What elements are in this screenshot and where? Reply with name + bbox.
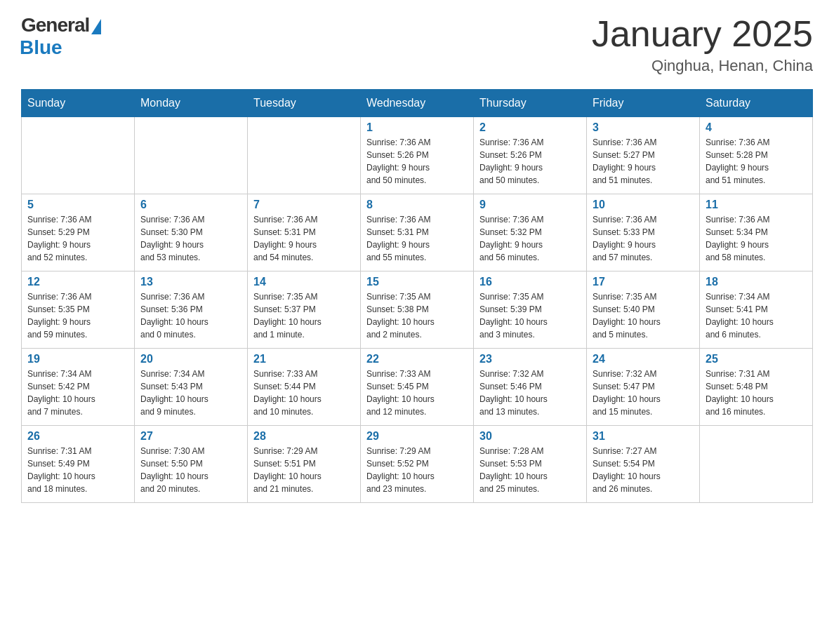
calendar-cell: 8Sunrise: 7:36 AMSunset: 5:31 PMDaylight… bbox=[361, 194, 474, 271]
column-header-thursday: Thursday bbox=[474, 90, 587, 117]
day-number: 3 bbox=[593, 121, 694, 134]
calendar-week-row: 26Sunrise: 7:31 AMSunset: 5:49 PMDayligh… bbox=[22, 426, 813, 503]
calendar-cell: 13Sunrise: 7:36 AMSunset: 5:36 PMDayligh… bbox=[135, 271, 248, 349]
day-info: Sunrise: 7:36 AMSunset: 5:34 PMDaylight:… bbox=[706, 213, 807, 264]
day-info: Sunrise: 7:32 AMSunset: 5:46 PMDaylight:… bbox=[479, 368, 581, 418]
calendar-cell: 21Sunrise: 7:33 AMSunset: 5:44 PMDayligh… bbox=[248, 349, 361, 426]
calendar-cell: 4Sunrise: 7:36 AMSunset: 5:28 PMDaylight… bbox=[700, 117, 813, 194]
calendar-cell: 18Sunrise: 7:34 AMSunset: 5:41 PMDayligh… bbox=[700, 271, 813, 349]
column-header-friday: Friday bbox=[587, 90, 700, 117]
calendar-week-row: 12Sunrise: 7:36 AMSunset: 5:35 PMDayligh… bbox=[22, 271, 813, 349]
day-number: 28 bbox=[253, 430, 355, 443]
day-number: 23 bbox=[479, 353, 581, 365]
day-info: Sunrise: 7:35 AMSunset: 5:37 PMDaylight:… bbox=[253, 290, 355, 341]
day-info: Sunrise: 7:31 AMSunset: 5:49 PMDaylight:… bbox=[27, 445, 128, 495]
logo: General Blue bbox=[21, 14, 101, 59]
calendar-week-row: 1Sunrise: 7:36 AMSunset: 5:26 PMDaylight… bbox=[22, 117, 813, 194]
calendar-cell: 19Sunrise: 7:34 AMSunset: 5:42 PMDayligh… bbox=[22, 349, 135, 426]
calendar-cell bbox=[248, 117, 361, 194]
calendar-cell: 6Sunrise: 7:36 AMSunset: 5:30 PMDaylight… bbox=[135, 194, 248, 271]
day-number: 13 bbox=[140, 276, 241, 288]
day-number: 14 bbox=[253, 276, 355, 288]
day-number: 17 bbox=[593, 276, 694, 288]
calendar-cell: 17Sunrise: 7:35 AMSunset: 5:40 PMDayligh… bbox=[587, 271, 700, 349]
column-header-tuesday: Tuesday bbox=[248, 90, 361, 117]
calendar-header-row: SundayMondayTuesdayWednesdayThursdayFrid… bbox=[22, 90, 813, 117]
month-title: January 2025 bbox=[592, 14, 813, 54]
day-number: 6 bbox=[140, 199, 241, 211]
day-info: Sunrise: 7:35 AMSunset: 5:39 PMDaylight:… bbox=[479, 290, 581, 341]
logo-triangle-icon bbox=[91, 19, 101, 34]
calendar-cell: 26Sunrise: 7:31 AMSunset: 5:49 PMDayligh… bbox=[22, 426, 135, 503]
day-info: Sunrise: 7:36 AMSunset: 5:30 PMDaylight:… bbox=[140, 213, 241, 264]
calendar-week-row: 5Sunrise: 7:36 AMSunset: 5:29 PMDaylight… bbox=[22, 194, 813, 271]
day-info: Sunrise: 7:36 AMSunset: 5:31 PMDaylight:… bbox=[366, 213, 468, 264]
title-section: January 2025 Qinghua, Henan, China bbox=[592, 14, 813, 75]
location-subtitle: Qinghua, Henan, China bbox=[592, 57, 813, 75]
day-info: Sunrise: 7:36 AMSunset: 5:35 PMDaylight:… bbox=[27, 290, 128, 341]
day-number: 21 bbox=[253, 353, 355, 365]
day-number: 12 bbox=[27, 276, 128, 288]
day-info: Sunrise: 7:36 AMSunset: 5:27 PMDaylight:… bbox=[593, 136, 694, 187]
column-header-wednesday: Wednesday bbox=[361, 90, 474, 117]
calendar-cell: 29Sunrise: 7:29 AMSunset: 5:52 PMDayligh… bbox=[361, 426, 474, 503]
day-number: 2 bbox=[479, 121, 581, 134]
day-info: Sunrise: 7:32 AMSunset: 5:47 PMDaylight:… bbox=[593, 368, 694, 418]
day-info: Sunrise: 7:34 AMSunset: 5:43 PMDaylight:… bbox=[140, 368, 241, 418]
day-number: 8 bbox=[366, 199, 468, 211]
day-number: 29 bbox=[366, 430, 468, 443]
day-info: Sunrise: 7:36 AMSunset: 5:31 PMDaylight:… bbox=[253, 213, 355, 264]
day-info: Sunrise: 7:33 AMSunset: 5:45 PMDaylight:… bbox=[366, 368, 468, 418]
calendar-cell: 20Sunrise: 7:34 AMSunset: 5:43 PMDayligh… bbox=[135, 349, 248, 426]
day-info: Sunrise: 7:35 AMSunset: 5:38 PMDaylight:… bbox=[366, 290, 468, 341]
day-number: 19 bbox=[27, 353, 128, 365]
day-number: 27 bbox=[140, 430, 241, 443]
calendar-cell bbox=[700, 426, 813, 503]
day-number: 20 bbox=[140, 353, 241, 365]
calendar-cell: 9Sunrise: 7:36 AMSunset: 5:32 PMDaylight… bbox=[474, 194, 587, 271]
calendar-cell: 7Sunrise: 7:36 AMSunset: 5:31 PMDaylight… bbox=[248, 194, 361, 271]
page-header: General Blue January 2025 Qinghua, Henan… bbox=[21, 14, 813, 75]
day-info: Sunrise: 7:29 AMSunset: 5:52 PMDaylight:… bbox=[366, 445, 468, 495]
calendar-cell: 3Sunrise: 7:36 AMSunset: 5:27 PMDaylight… bbox=[587, 117, 700, 194]
calendar-cell: 30Sunrise: 7:28 AMSunset: 5:53 PMDayligh… bbox=[474, 426, 587, 503]
day-info: Sunrise: 7:34 AMSunset: 5:41 PMDaylight:… bbox=[706, 290, 807, 341]
day-info: Sunrise: 7:34 AMSunset: 5:42 PMDaylight:… bbox=[27, 368, 128, 418]
logo-blue-text: Blue bbox=[20, 36, 62, 59]
calendar-cell: 10Sunrise: 7:36 AMSunset: 5:33 PMDayligh… bbox=[587, 194, 700, 271]
day-info: Sunrise: 7:27 AMSunset: 5:54 PMDaylight:… bbox=[593, 445, 694, 495]
calendar-cell: 15Sunrise: 7:35 AMSunset: 5:38 PMDayligh… bbox=[361, 271, 474, 349]
day-number: 4 bbox=[706, 121, 807, 134]
day-number: 16 bbox=[479, 276, 581, 288]
day-number: 7 bbox=[253, 199, 355, 211]
day-info: Sunrise: 7:36 AMSunset: 5:32 PMDaylight:… bbox=[479, 213, 581, 264]
calendar-cell: 2Sunrise: 7:36 AMSunset: 5:26 PMDaylight… bbox=[474, 117, 587, 194]
calendar-cell: 25Sunrise: 7:31 AMSunset: 5:48 PMDayligh… bbox=[700, 349, 813, 426]
day-info: Sunrise: 7:35 AMSunset: 5:40 PMDaylight:… bbox=[593, 290, 694, 341]
calendar-cell: 14Sunrise: 7:35 AMSunset: 5:37 PMDayligh… bbox=[248, 271, 361, 349]
column-header-sunday: Sunday bbox=[22, 90, 135, 117]
calendar-cell bbox=[22, 117, 135, 194]
day-info: Sunrise: 7:33 AMSunset: 5:44 PMDaylight:… bbox=[253, 368, 355, 418]
day-number: 1 bbox=[366, 121, 468, 134]
day-info: Sunrise: 7:31 AMSunset: 5:48 PMDaylight:… bbox=[706, 368, 807, 418]
calendar-cell: 16Sunrise: 7:35 AMSunset: 5:39 PMDayligh… bbox=[474, 271, 587, 349]
day-number: 5 bbox=[27, 199, 128, 211]
day-number: 22 bbox=[366, 353, 468, 365]
day-number: 18 bbox=[706, 276, 807, 288]
calendar-cell: 24Sunrise: 7:32 AMSunset: 5:47 PMDayligh… bbox=[587, 349, 700, 426]
calendar-cell: 31Sunrise: 7:27 AMSunset: 5:54 PMDayligh… bbox=[587, 426, 700, 503]
calendar-cell: 1Sunrise: 7:36 AMSunset: 5:26 PMDaylight… bbox=[361, 117, 474, 194]
calendar-cell bbox=[135, 117, 248, 194]
day-info: Sunrise: 7:36 AMSunset: 5:26 PMDaylight:… bbox=[366, 136, 468, 187]
calendar-cell: 28Sunrise: 7:29 AMSunset: 5:51 PMDayligh… bbox=[248, 426, 361, 503]
day-info: Sunrise: 7:29 AMSunset: 5:51 PMDaylight:… bbox=[253, 445, 355, 495]
calendar-cell: 12Sunrise: 7:36 AMSunset: 5:35 PMDayligh… bbox=[22, 271, 135, 349]
column-header-saturday: Saturday bbox=[700, 90, 813, 117]
day-number: 11 bbox=[706, 199, 807, 211]
day-number: 25 bbox=[706, 353, 807, 365]
day-number: 26 bbox=[27, 430, 128, 443]
calendar-cell: 5Sunrise: 7:36 AMSunset: 5:29 PMDaylight… bbox=[22, 194, 135, 271]
calendar-table: SundayMondayTuesdayWednesdayThursdayFrid… bbox=[21, 89, 813, 503]
day-number: 15 bbox=[366, 276, 468, 288]
